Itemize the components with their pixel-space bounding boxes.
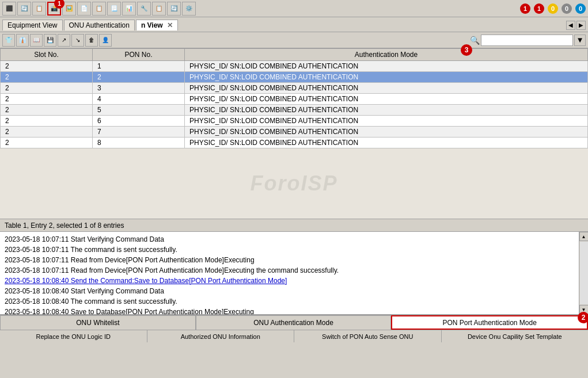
status-text: Table 1, Entry 2, selected 1 of 8 entrie… <box>5 222 124 230</box>
secondary-toolbar: 👕 👔 📖 💾 ↗ ↘ 🗑 👤 🔍 ▼ <box>0 32 588 48</box>
bottom-nav: Replace the ONU Logic ID Authorized ONU … <box>0 330 588 342</box>
cell-auth: PHYSIC_ID/ SN:LOID COMBINED AUTHENTICATI… <box>185 138 588 148</box>
table-row[interactable]: 2 2 PHYSIC_ID/ SN:LOID COMBINED AUTHENTI… <box>1 72 588 83</box>
toolbar-btn-6[interactable]: 📄 <box>77 2 91 16</box>
toolbar-btn-7[interactable]: 📋 <box>92 2 106 16</box>
tab-close-main-view[interactable]: ✕ <box>167 21 173 29</box>
bottom-tabs: ONU Whitelist ONU Authentication Mode PO… <box>0 315 588 330</box>
tab-equipment-view[interactable]: Equipment View <box>2 20 63 30</box>
cell-auth: PHYSIC_ID/ SN:LOID COMBINED AUTHENTICATI… <box>185 127 588 138</box>
log-scrollbar: ▲ ▼ <box>579 232 588 314</box>
status-badge-red-1: 1 <box>520 3 530 14</box>
log-entry: 2023-05-18 10:08:40 Send the Command:Sav… <box>5 276 576 286</box>
sec-btn-shirt2[interactable]: 👔 <box>16 34 29 47</box>
table-row[interactable]: 2 6 PHYSIC_ID/ SN:LOID COMBINED AUTHENTI… <box>1 116 588 127</box>
table-row[interactable]: 2 5 PHYSIC_ID/ SN:LOID COMBINED AUTHENTI… <box>1 105 588 116</box>
cell-slot: 2 <box>1 138 93 148</box>
log-entry: 2023-05-18 10:07:11 The command is sent … <box>5 245 576 255</box>
bottom-nav-switch-pon[interactable]: Switch of PON Auto Sense ONU <box>294 330 442 342</box>
status-indicators: 1 1 0 0 0 <box>520 3 586 14</box>
sec-btn-book[interactable]: 📖 <box>30 34 43 47</box>
status-badge-blue: 0 <box>575 3 586 14</box>
search-icon: 🔍 <box>470 36 480 45</box>
cell-auth: PHYSIC_ID/ SN:LOID COMBINED AUTHENTICATI… <box>185 83 588 94</box>
bottom-tab-whitelist[interactable]: ONU Whitelist <box>0 315 196 330</box>
search-input[interactable] <box>481 35 573 46</box>
toolbar-btn-10[interactable]: 🔧 <box>137 2 151 16</box>
table-row[interactable]: 2 7 PHYSIC_ID/ SN:LOID COMBINED AUTHENTI… <box>1 127 588 138</box>
log-entry: 2023-05-18 10:08:40 Save to Database[PON… <box>5 307 576 314</box>
search-area: 🔍 ▼ <box>470 35 586 46</box>
bottom-tab-annotation: 2 <box>578 312 588 323</box>
cell-pon: 5 <box>93 105 185 116</box>
cell-slot: 2 <box>1 94 93 105</box>
bottom-tab-onu-auth[interactable]: ONU Authentication Mode <box>196 315 392 330</box>
log-panel: 2023-05-18 10:07:11 Start Verifying Comm… <box>0 231 588 315</box>
toolbar-btn-4[interactable]: 📸 1 <box>47 2 61 16</box>
watermark: ForoISP <box>0 148 588 219</box>
cell-auth: PHYSIC_ID/ SN:LOID COMBINED AUTHENTICATI… <box>185 116 588 127</box>
cell-auth: PHYSIC_ID/ SN:LOID COMBINED AUTHENTICATI… <box>185 94 588 105</box>
main-toolbar: ⬛ 🔄 📋 📸 1 🖼️ 📄 📋 📃 📊 🔧 📋 🔄 ⚙️ 1 1 0 0 0 <box>0 0 588 17</box>
cell-slot: 2 <box>1 83 93 94</box>
log-entry: 2023-05-18 10:07:11 Read from Device[PON… <box>5 265 576 276</box>
log-entry: 2023-05-18 10:07:11 Read from Device[PON… <box>5 255 576 265</box>
status-badge-gray: 0 <box>562 3 572 14</box>
scroll-up-btn[interactable]: ▲ <box>579 232 589 241</box>
table-row[interactable]: 2 1 PHYSIC_ID/ SN:LOID COMBINED AUTHENTI… <box>1 61 588 72</box>
cell-pon: 2 <box>93 72 185 83</box>
toolbar-btn-11[interactable]: 📋 <box>152 2 166 16</box>
status-badge-yellow: 0 <box>548 3 558 14</box>
toolbar-btn-8[interactable]: 📃 <box>107 2 121 16</box>
table-row[interactable]: 2 3 PHYSIC_ID/ SN:LOID COMBINED AUTHENTI… <box>1 83 588 94</box>
toolbar-btn-3[interactable]: 📋 <box>32 2 46 16</box>
tab-navigation: ◀ ▶ <box>566 21 586 30</box>
table-area: Slot No. PON No. Authentication Mode 3 2… <box>0 48 588 219</box>
tab-nav-prev[interactable]: ◀ <box>566 21 575 30</box>
toolbar-annotation-1: 1 <box>54 0 65 9</box>
sec-btn-share[interactable]: ↗ <box>58 34 70 47</box>
bottom-nav-device-onu[interactable]: Device Onu Capility Set Template <box>442 330 589 342</box>
col-header-pon: PON No. <box>93 49 185 61</box>
log-entry: 2023-05-18 10:08:40 The command is sent … <box>5 296 576 307</box>
cell-pon: 3 <box>93 83 185 94</box>
col-header-auth: Authentication Mode 3 <box>185 49 588 61</box>
cell-slot: 2 <box>1 105 93 116</box>
cell-pon: 6 <box>93 116 185 127</box>
toolbar-btn-12[interactable]: 🔄 <box>167 2 181 16</box>
cell-pon: 4 <box>93 94 185 105</box>
search-dropdown-btn[interactable]: ▼ <box>574 35 586 46</box>
cell-auth: PHYSIC_ID/ SN:LOID COMBINED AUTHENTICATI… <box>185 105 588 116</box>
bottom-nav-authorized-onu[interactable]: Authorized ONU Information <box>147 330 295 342</box>
auth-mode-annotation: 3 <box>461 44 472 56</box>
table-row[interactable]: 2 4 PHYSIC_ID/ SN:LOID COMBINED AUTHENTI… <box>1 94 588 105</box>
toolbar-btn-2[interactable]: 🔄 <box>17 2 31 16</box>
tabs-bar: Equipment View ONU Authentication n View… <box>0 17 588 32</box>
sec-btn-delete[interactable]: 🗑 <box>85 34 98 47</box>
col-header-slot: Slot No. <box>1 49 93 61</box>
main-table: Slot No. PON No. Authentication Mode 3 2… <box>0 48 588 148</box>
toolbar-btn-1[interactable]: ⬛ <box>2 2 16 16</box>
bottom-tab-pon-auth[interactable]: PON Port Authentication Mode 2 <box>391 315 588 330</box>
tab-onu-authentication[interactable]: ONU Authentication <box>64 20 135 30</box>
bottom-nav-replace-logic[interactable]: Replace the ONU Logic ID <box>0 330 147 342</box>
cell-pon: 8 <box>93 138 185 148</box>
sec-btn-person[interactable]: 👤 <box>99 34 112 47</box>
sec-btn-share2[interactable]: ↘ <box>71 34 84 47</box>
toolbar-btn-9[interactable]: 📊 <box>122 2 136 16</box>
cell-pon: 7 <box>93 127 185 138</box>
cell-auth: PHYSIC_ID/ SN:LOID COMBINED AUTHENTICATI… <box>185 72 588 83</box>
log-entry: 2023-05-18 10:08:40 Start Verifying Comm… <box>5 286 576 296</box>
status-bar: Table 1, Entry 2, selected 1 of 8 entrie… <box>0 219 588 231</box>
status-badge-red-2: 1 <box>534 3 544 14</box>
tab-main-view[interactable]: n View ✕ <box>136 20 178 30</box>
log-content: 2023-05-18 10:07:11 Start Verifying Comm… <box>0 232 588 314</box>
table-row[interactable]: 2 8 PHYSIC_ID/ SN:LOID COMBINED AUTHENTI… <box>1 138 588 148</box>
sec-btn-disk[interactable]: 💾 <box>44 34 56 47</box>
cell-slot: 2 <box>1 116 93 127</box>
toolbar-btn-13[interactable]: ⚙️ <box>182 2 196 16</box>
cell-pon: 1 <box>93 61 185 72</box>
tab-nav-next[interactable]: ▶ <box>576 21 586 30</box>
cell-slot: 2 <box>1 127 93 138</box>
sec-btn-shirt[interactable]: 👕 <box>2 34 15 47</box>
